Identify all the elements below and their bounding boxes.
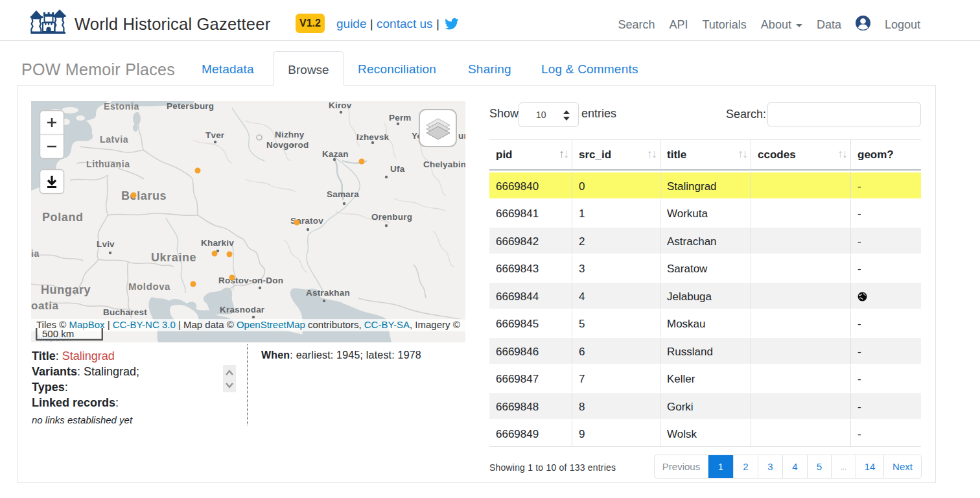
svg-text:Kirov: Kirov (329, 101, 352, 110)
svg-text:Poland: Poland (42, 211, 84, 224)
svg-text:Kharkiv: Kharkiv (201, 238, 234, 248)
svg-text:Izhevsk: Izhevsk (356, 132, 389, 142)
svg-text:ur: ur (458, 131, 465, 141)
svg-text:Tver: Tver (205, 130, 225, 140)
svg-text:Chelyabin: Chelyabin (423, 160, 465, 169)
svg-text:Latvia: Latvia (100, 134, 128, 145)
svg-text:Novgorod: Novgorod (266, 140, 309, 150)
svg-text:Moldova: Moldova (128, 281, 170, 292)
svg-text:Lithuania: Lithuania (86, 159, 130, 169)
svg-text:Orenburg: Orenburg (371, 212, 412, 222)
svg-text:Nizhny: Nizhny (275, 130, 305, 139)
svg-text:Hungary: Hungary (41, 283, 91, 296)
svg-text:oatia: oatia (31, 300, 59, 312)
svg-text:Ukraine: Ukraine (151, 251, 196, 264)
svg-text:Rostov-on-Don: Rostov-on-Don (218, 276, 283, 285)
svg-text:Bucharest: Bucharest (103, 307, 147, 317)
svg-text:500 km: 500 km (42, 328, 74, 339)
svg-text:Lviv: Lviv (97, 239, 115, 249)
svg-text:Estonia: Estonia (104, 101, 139, 112)
svg-text:Belarus: Belarus (121, 189, 167, 202)
svg-text:Perm: Perm (389, 113, 412, 123)
svg-text:Ufa: Ufa (390, 164, 405, 174)
svg-text:Krasnodar: Krasnodar (220, 305, 265, 314)
svg-text:Astrakhan: Astrakhan (306, 288, 350, 298)
svg-text:ia: ia (31, 248, 40, 259)
svg-text:Samara: Samara (327, 189, 359, 199)
svg-text:Kazan: Kazan (322, 149, 349, 159)
svg-text:Petersburg: Petersburg (167, 101, 214, 111)
